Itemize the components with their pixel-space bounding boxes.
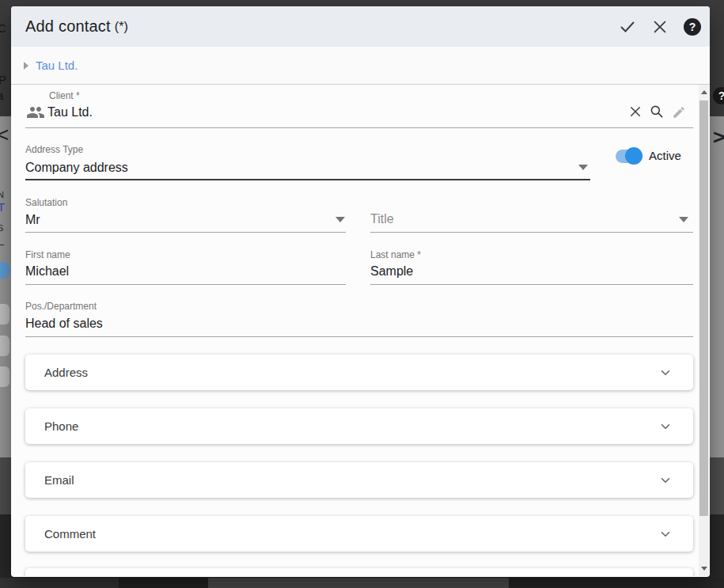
help-button[interactable]: ? — [683, 17, 702, 36]
search-icon — [649, 104, 665, 119]
chevron-down-icon[interactable] — [335, 217, 345, 222]
backdrop-taskbar-segment — [119, 578, 208, 588]
active-toggle-thumb[interactable] — [625, 147, 643, 165]
first-name-label: First name — [25, 249, 70, 260]
department-input[interactable]: Head of sales — [25, 317, 103, 331]
dialog-header: Add contact (*) ? — [11, 6, 710, 47]
backdrop-text-fragment: P — [0, 73, 6, 86]
client-search-button[interactable] — [649, 104, 665, 119]
section-comment[interactable]: Comment — [25, 516, 693, 552]
backdrop-taskbar-segment — [509, 578, 724, 588]
dialog-title: Add contact — [25, 17, 111, 36]
section-label: Address — [44, 366, 88, 379]
dialog-content: Client * Tau Ltd. — [11, 85, 710, 576]
client-expander-label: Tau Ltd. — [36, 59, 78, 72]
expander-arrow-icon — [24, 62, 28, 70]
backdrop-card-fragment — [0, 366, 9, 387]
help-icon: ? — [684, 18, 701, 36]
check-icon — [618, 17, 637, 36]
department-label: Pos./Department — [25, 301, 97, 312]
first-name-input[interactable]: Michael — [25, 264, 69, 279]
section-label: Comment — [44, 527, 96, 541]
backdrop-text-fragment: a — [0, 89, 3, 102]
scroll-up-arrow[interactable] — [701, 90, 707, 94]
department-underline — [25, 336, 693, 337]
client-expander-row[interactable]: Tau Ltd. — [11, 47, 710, 85]
people-icon — [26, 103, 45, 122]
vertical-scrollbar[interactable] — [699, 85, 709, 576]
backdrop-card-fragment — [0, 304, 9, 324]
section-label: Phone — [44, 419, 78, 433]
backdrop-text-fragment: C — [0, 21, 6, 35]
section-phone[interactable]: Phone — [25, 408, 693, 444]
add-contact-dialog: Add contact (*) ? — [11, 6, 710, 577]
chevron-down-icon — [658, 527, 673, 541]
title-underline — [370, 232, 693, 233]
backdrop-text-fragment: S — [0, 223, 3, 233]
chevron-down-icon — [658, 419, 673, 434]
client-input[interactable]: Tau Ltd. — [47, 105, 93, 119]
address-type-select[interactable]: Company address — [25, 161, 128, 175]
backdrop-taskbar-segment — [0, 578, 119, 588]
active-toggle-label: Active — [649, 149, 681, 162]
last-name-label: Last name * — [370, 249, 421, 260]
client-clear-button[interactable] — [627, 104, 643, 119]
chevron-down-icon[interactable] — [578, 165, 588, 170]
address-type-label: Address Type — [25, 144, 83, 155]
salutation-label: Salutation — [25, 197, 67, 208]
close-icon — [651, 18, 669, 36]
salutation-select[interactable]: Mr — [25, 213, 40, 227]
backdrop-text-fragment: L — [0, 234, 4, 248]
section-address[interactable]: Address — [25, 355, 693, 390]
confirm-button[interactable] — [618, 17, 637, 36]
pencil-icon — [672, 105, 686, 119]
backdrop-chevron-left-icon: < — [0, 123, 9, 147]
client-label: Client * — [49, 90, 80, 101]
first-name-underline — [25, 284, 346, 285]
section-label: Email — [44, 473, 74, 487]
section-email[interactable]: Email — [25, 462, 693, 498]
scrollbar-thumb[interactable] — [699, 101, 708, 516]
section-partial[interactable] — [25, 568, 693, 576]
backdrop-text-fragment: T — [0, 200, 5, 214]
last-name-input[interactable]: Sample — [370, 264, 413, 279]
backdrop-card-fragment — [0, 336, 9, 356]
backdrop-chevron-right-icon: > — [713, 125, 724, 150]
chevron-down-icon[interactable] — [679, 217, 688, 222]
close-button[interactable] — [650, 17, 669, 36]
salutation-underline — [25, 232, 346, 233]
chevron-down-icon — [658, 366, 673, 380]
header-actions: ? — [618, 17, 702, 36]
scroll-down-arrow[interactable] — [701, 567, 707, 571]
screen: C P a < N T S L ? > Add contact (*) — [0, 0, 724, 588]
backdrop-taskbar-segment — [208, 578, 509, 588]
clear-icon — [628, 104, 643, 119]
title-select[interactable]: Title — [370, 212, 394, 226]
chevron-down-icon — [658, 473, 673, 487]
address-type-underline — [25, 179, 590, 180]
client-edit-button[interactable] — [671, 104, 687, 120]
dialog-title-suffix: (*) — [115, 20, 128, 34]
last-name-underline — [370, 284, 693, 285]
client-underline — [25, 127, 693, 128]
backdrop-text-fragment: N — [0, 190, 4, 199]
